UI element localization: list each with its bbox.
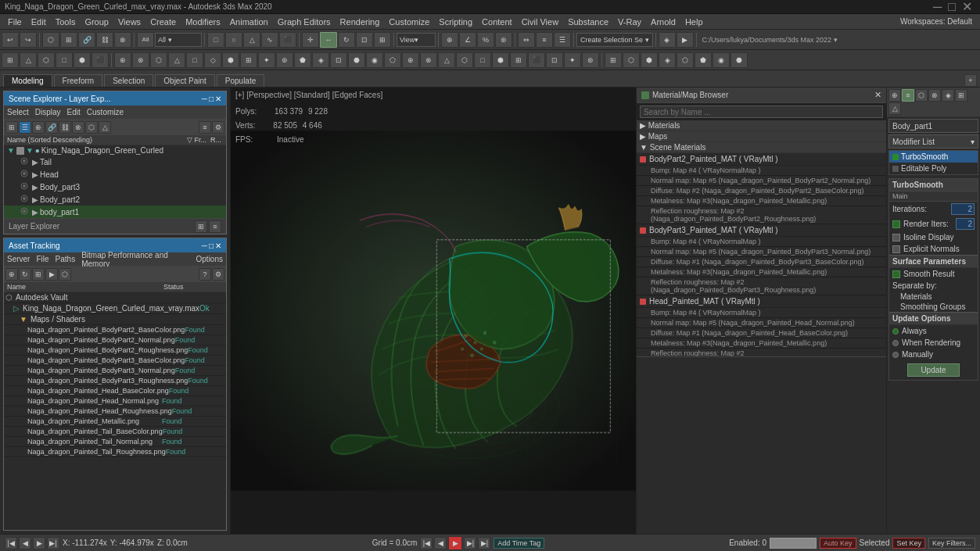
t9[interactable]: ✦ — [258, 52, 275, 68]
play-anim-btn[interactable]: ▶ — [33, 537, 45, 549]
t1[interactable]: ⊕ — [114, 52, 131, 68]
ts-always-radio[interactable] — [892, 328, 899, 335]
se-close[interactable]: ✕ — [215, 95, 221, 103]
t3[interactable]: ⬡ — [150, 52, 167, 68]
select-all-btn[interactable]: All — [137, 32, 154, 48]
at-row-10[interactable]: Naga_dragon_Painted_Metallic.png Found — [4, 417, 226, 427]
mat-bp2-map4[interactable]: Metalness: Map #3(Naga_dragon_Painted_Me… — [637, 196, 886, 206]
se-menu-customize[interactable]: Customize — [87, 108, 124, 116]
selection-set-input[interactable]: Create Selection Se ▾ — [576, 33, 653, 47]
se-row-head[interactable]: ▶ Head — [4, 168, 226, 181]
layer-btn[interactable]: ☰ — [554, 32, 571, 48]
ts-renderiter-input[interactable] — [956, 218, 975, 230]
selection-filter[interactable]: All ▾ — [155, 33, 202, 47]
at-settings[interactable]: ? — [199, 268, 211, 281]
se-restore[interactable]: □ — [209, 95, 214, 103]
at-row-9[interactable]: Naga_dragon_Painted_Head_Roughness.png F… — [4, 406, 226, 417]
t34[interactable]: ◉ — [713, 52, 730, 68]
se-btn2[interactable]: ☰ — [19, 121, 31, 134]
tab-object-paint[interactable]: Object Paint — [155, 74, 214, 87]
at-row-6[interactable]: Naga_dragon_Painted_BodyPart3_Roughness.… — [4, 376, 226, 386]
mat-section-scene[interactable]: ▼ Scene Materials — [637, 142, 886, 153]
redo-btn[interactable]: ↪ — [20, 32, 37, 48]
menu-substance[interactable]: Substance — [563, 17, 613, 27]
snap-3d[interactable]: ⊕ — [441, 32, 458, 48]
t30[interactable]: ⬢ — [641, 52, 658, 68]
ts-update-btn[interactable]: Update — [907, 363, 959, 377]
at-menu-bitmap[interactable]: Bitmap Performance and Memory — [81, 251, 189, 268]
mod-tb2[interactable]: ≡ — [902, 89, 914, 102]
auto-key-btn[interactable]: Auto Key — [820, 538, 856, 549]
at-btn1[interactable]: ⊕ — [5, 268, 18, 281]
viewport[interactable]: [+] [Perspective] [Standard] [Edged Face… — [231, 88, 636, 534]
mod-tb4[interactable]: ⊗ — [928, 89, 941, 102]
ts-isoline-check[interactable] — [892, 234, 900, 242]
select-filter[interactable]: ⊞ — [60, 32, 77, 48]
menu-rendering[interactable]: Rendering — [336, 17, 385, 27]
t18[interactable]: ⊗ — [420, 52, 437, 68]
mat-head-map1[interactable]: Bump: Map #4 ( VRayNormalMap ) — [637, 308, 886, 318]
select-fence[interactable]: △ — [243, 32, 260, 48]
at-row-file[interactable]: ▷ King_Naga_Dragon_Green_Curled_max_vray… — [4, 303, 226, 314]
snap-spinner[interactable]: ⊛ — [495, 32, 512, 48]
mat-bp3-map3[interactable]: Diffuse: Map #1 (Naga_dragon_Painted_Bod… — [637, 257, 886, 267]
at-btn5[interactable]: ⬡ — [59, 268, 71, 281]
se-menu-select[interactable]: Select — [7, 108, 29, 116]
at-row-maps[interactable]: ▼ Maps / Shaders — [4, 314, 226, 325]
at-row-11[interactable]: Naga_dragon_Painted_Tail_BaseColor.png F… — [4, 427, 226, 437]
mirror-btn[interactable]: ⇔ — [518, 32, 535, 48]
se-footer-btn2[interactable]: ≡ — [209, 220, 221, 233]
mat-search-input[interactable] — [640, 106, 883, 118]
mat-bp3-map2[interactable]: Normal map: Map #5 (Naga_dragon_Painted_… — [637, 247, 886, 257]
mat-bp3-map1[interactable]: Bump: Map #4 ( VRayNormalMap ) — [637, 237, 886, 247]
t13[interactable]: ⊡ — [330, 52, 347, 68]
menu-content[interactable]: Content — [477, 17, 517, 27]
t23[interactable]: ⊞ — [510, 52, 527, 68]
se-col-btn[interactable]: ≡ — [199, 121, 211, 134]
timeline-bar[interactable] — [770, 538, 817, 549]
poly-btn[interactable]: ⬢ — [74, 52, 91, 68]
menu-help[interactable]: Help — [680, 17, 708, 27]
mod-turbosmooth[interactable]: TurboSmooth — [889, 151, 978, 163]
mat-head-map2[interactable]: Normal map: Map #5 (Naga_dragon_Painted_… — [637, 318, 886, 328]
t11[interactable]: ⬟ — [294, 52, 311, 68]
menu-group[interactable]: Group — [80, 17, 113, 27]
mat-head-map5[interactable]: Reflection roughness: Map #2 (Naga_drago… — [637, 349, 886, 356]
key-filters-btn[interactable]: Key Filters... — [928, 538, 975, 549]
t19[interactable]: △ — [438, 52, 455, 68]
mod-tb5[interactable]: ◈ — [942, 89, 954, 102]
menu-vray[interactable]: V-Ray — [613, 17, 646, 27]
mat-section-maps[interactable]: ▶ Maps — [637, 131, 886, 142]
mat-bodypart3[interactable]: BodyPart3_Painted_MAT ( VRayMtl ) — [637, 224, 886, 237]
menu-customize[interactable]: Customize — [384, 17, 434, 27]
undo-btn[interactable]: ↩ — [2, 32, 19, 48]
se-btn8[interactable]: △ — [99, 121, 111, 134]
menu-modifiers[interactable]: Modifiers — [181, 17, 225, 27]
modifier-list-dropdown[interactable]: Modifier List ▾ — [888, 134, 978, 148]
mat-head[interactable]: Head_Painted_MAT ( VRayMtl ) — [637, 295, 886, 308]
at-close[interactable]: ✕ — [215, 242, 221, 250]
select-circle[interactable]: ○ — [225, 32, 242, 48]
menu-graph[interactable]: Graph Editors — [273, 17, 336, 27]
snap-percent[interactable]: % — [477, 32, 494, 48]
t22[interactable]: ⬢ — [492, 52, 509, 68]
se-row-bp3[interactable]: ▶ Body_part3 — [4, 181, 226, 193]
se-row-tail[interactable]: ▶ Tail — [4, 156, 226, 168]
mod-tb3[interactable]: ⬡ — [915, 89, 928, 102]
maximize-btn[interactable]: □ — [945, 0, 959, 14]
mat-bp2-map1[interactable]: Bump: Map #4 ( VRayNormalMap ) — [637, 166, 886, 176]
se-row-bp2[interactable]: ▶ Body_part2 — [4, 193, 226, 206]
t29[interactable]: ⬡ — [623, 52, 640, 68]
mat-head-map4[interactable]: Metalness: Map #3(Naga_dragon_Painted_Me… — [637, 338, 886, 349]
prev-frame-btn[interactable]: ◀ — [19, 537, 31, 549]
at-row-8[interactable]: Naga_dragon_Painted_Head_Normal.png Foun… — [4, 396, 226, 406]
menu-scripting[interactable]: Scripting — [434, 17, 477, 27]
mod-editablepoly[interactable]: Editable Poly — [889, 163, 978, 174]
scene-explorer-title[interactable]: Scene Explorer - Layer Exp... ─ □ ✕ — [4, 91, 226, 106]
ts-renderiter-check[interactable] — [892, 220, 900, 228]
se-settings[interactable]: ⚙ — [212, 121, 224, 134]
mat-bodypart2[interactable]: BodyPart2_Painted_MAT ( VRayMtl ) — [637, 153, 886, 166]
t16[interactable]: ⬠ — [384, 52, 401, 68]
at-menu-file[interactable]: File — [36, 255, 48, 263]
t8[interactable]: ⊞ — [240, 52, 257, 68]
